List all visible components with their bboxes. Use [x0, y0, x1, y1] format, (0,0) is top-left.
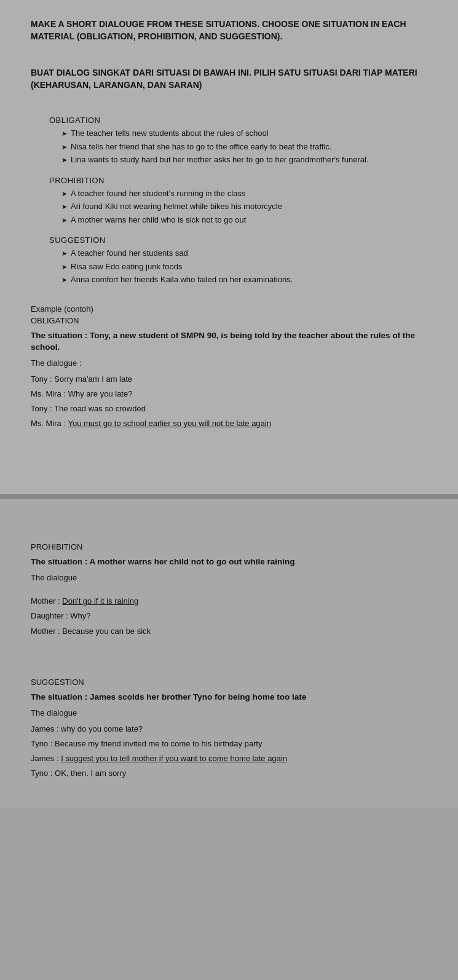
prohibition-line-2: Daughter : Why?: [31, 611, 427, 622]
dialogue-line-3: Tony : The road was so crowded: [31, 403, 427, 414]
list-item: Anna comfort her friends Kaila who faile…: [61, 274, 427, 286]
prohibition-line-3-text: Mother : Because you can be sick: [31, 626, 151, 636]
dialogue-line-2: Ms. Mira : Why are you late?: [31, 389, 427, 400]
prohibition-example-category: PROHIBITION: [31, 542, 427, 551]
dialogue-underlined: You must go to school earlier so you wil…: [68, 419, 271, 428]
list-item: The teacher tells new students about the…: [61, 127, 427, 140]
dialogue-line-1: Tony : Sorry ma'am I am late: [31, 374, 427, 385]
prohibition-situation: The situation : A mother warns her child…: [31, 556, 427, 568]
prohibition-line-3: Mother : Because you can be sick: [31, 626, 427, 637]
prohibition-dialogue-label: The dialogue: [31, 573, 427, 582]
example-label: Example (contoh): [31, 304, 427, 314]
instruction-english: MAKE A SHORT DIALOUGE FROM THESE SITUATI…: [31, 18, 427, 42]
list-item: Nisa tells her friend that she has to go…: [61, 141, 427, 153]
suggestion-title: SUGGESTION: [49, 235, 427, 245]
instruction-indonesian-text: BUAT DIALOG SINGKAT DARI SITUASI DI BAWA…: [31, 67, 427, 91]
dialogue-line-4: Ms. Mira : You must go to school earlier…: [31, 418, 427, 429]
prohibition-line-1: Mother : Don't go if it is raining: [31, 596, 427, 607]
prohibition-section: PROHIBITION A teacher found her student'…: [49, 176, 427, 226]
prohibition-title: PROHIBITION: [49, 176, 427, 185]
list-item: Risa saw Edo eating junk foods: [61, 261, 427, 273]
instruction-indonesian: BUAT DIALOG SINGKAT DARI SITUASI DI BAWA…: [31, 67, 427, 91]
page-top-section: MAKE A SHORT DIALOUGE FROM THESE SITUATI…: [0, 0, 458, 494]
obligation-title: OBLIGATION: [49, 116, 427, 125]
prohibition-prefix-1: Mother :: [31, 596, 62, 606]
dialogue-prefix: Ms. Mira :: [31, 419, 68, 428]
example-situation: The situation : Tony, a new student of S…: [31, 330, 427, 354]
page-bottom-section: PROHIBITION The situation : A mother war…: [0, 499, 458, 807]
instruction-english-text: MAKE A SHORT DIALOUGE FROM THESE SITUATI…: [31, 18, 427, 42]
suggestion-line-3: James : I suggest you to tell mother if …: [31, 753, 427, 764]
suggestion-section: SUGGESTION A teacher found her students …: [49, 235, 427, 286]
list-item: A mother warns her child who is sick not…: [61, 214, 427, 226]
example-category: OBLIGATION: [31, 316, 427, 325]
list-item: A teacher found her student's running in…: [61, 188, 427, 200]
suggestion-line-2: Tyno : Because my friend invited me to c…: [31, 738, 427, 749]
list-item: Ari found Kiki not wearing helmet while …: [61, 200, 427, 213]
suggestion-example-category: SUGGESTION: [31, 678, 427, 687]
suggestion-dialogue-label: The dialogue: [31, 708, 427, 717]
prohibition-line-2-text: Daughter : Why?: [31, 611, 91, 620]
example-dialogue-label: The dialogue :: [31, 358, 427, 368]
suggestion-situation: The situation : James scolds her brother…: [31, 692, 427, 703]
list-item: Lina wants to study hard but her mother …: [61, 154, 427, 166]
prohibition-list: A teacher found her student's running in…: [61, 188, 427, 226]
suggestion-underlined-3: I suggest you to tell mother if you want…: [61, 754, 287, 763]
obligation-list: The teacher tells new students about the…: [61, 127, 427, 166]
suggestion-line-1: James : why do you come late?: [31, 724, 427, 735]
suggestion-list: A teacher found her students sad Risa sa…: [61, 247, 427, 286]
suggestion-line-4: Tyno : OK, then. I am sorry: [31, 768, 427, 779]
page-divider: [0, 494, 458, 499]
obligation-section: OBLIGATION The teacher tells new student…: [49, 116, 427, 166]
list-item: A teacher found her students sad: [61, 247, 427, 259]
suggestion-prefix-3: James :: [31, 754, 61, 763]
prohibition-underlined-1: Don't go if it is raining: [62, 596, 138, 606]
example-block: Example (contoh) OBLIGATION The situatio…: [31, 304, 427, 430]
